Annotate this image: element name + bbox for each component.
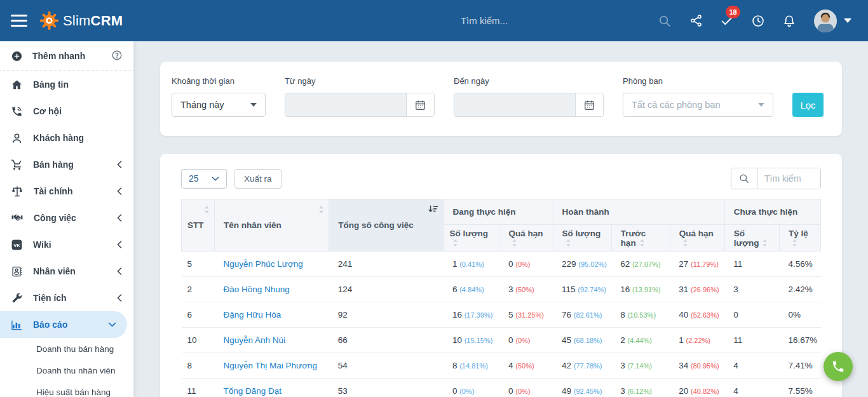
sidebar-item-ban-hang[interactable]: Bán hàng xyxy=(0,151,133,178)
performance-table: STT Tên nhân viên Tổng số công việc Đang… xyxy=(181,199,821,397)
cell-todo-qty: 11 xyxy=(724,252,779,277)
sidebar-item-tai-chinh[interactable]: Tài chính xyxy=(0,178,133,205)
tasks-check-icon[interactable]: 18 xyxy=(720,14,734,28)
sidebar-item-tien-ich[interactable]: Tiện ích xyxy=(0,285,133,311)
phone-fab-button[interactable] xyxy=(824,352,853,381)
cell-doing-overdue: 4 (50%) xyxy=(499,353,553,379)
column-header-todo-qty[interactable]: Số lượng xyxy=(724,225,779,252)
group-header-doing: Đang thực hiện xyxy=(444,199,553,225)
cell-done-early: 3 (7.14%) xyxy=(611,353,670,379)
table-row: 10 Nguyễn Anh Núi 66 10 (15.15%) 0 (0%) … xyxy=(182,328,821,353)
profile-menu[interactable] xyxy=(813,9,851,33)
cell-todo-qty: 4 xyxy=(724,379,779,397)
column-header-done-overdue[interactable]: Quá hạn xyxy=(670,225,724,252)
navbar-actions: 18 xyxy=(658,9,868,33)
column-header-doing-qty[interactable]: Số lượng xyxy=(444,225,499,252)
column-header-total[interactable]: Tổng số công việc xyxy=(329,199,444,252)
sidebar-item-bang-tin[interactable]: Bảng tin xyxy=(0,71,133,98)
cell-name: Đặng Hữu Hòa xyxy=(215,302,329,328)
avatar xyxy=(813,9,837,33)
cell-done-qty: 76 (82.61%) xyxy=(553,302,611,328)
employee-link[interactable]: Tống Đăng Đạt xyxy=(224,386,282,396)
svg-text:VK: VK xyxy=(13,242,20,248)
bell-icon[interactable] xyxy=(782,14,796,28)
cell-name: Nguyễn Thị Mai Phương xyxy=(215,353,329,379)
column-header-name[interactable]: Tên nhân viên xyxy=(215,199,329,252)
department-label: Phòng ban xyxy=(623,76,773,86)
sidebar-item-khach-hang[interactable]: Khách hàng xyxy=(0,124,133,151)
sidebar-item-nhan-vien[interactable]: Nhân viên xyxy=(0,258,133,285)
export-button[interactable]: Xuất ra xyxy=(234,169,281,189)
department-select[interactable]: Tất cả các phòng ban xyxy=(623,93,773,117)
sidebar-item-co-hoi[interactable]: Cơ hội xyxy=(0,98,133,124)
table-search-input[interactable] xyxy=(757,168,820,189)
cart-icon xyxy=(11,159,23,171)
period-select[interactable]: Tháng này xyxy=(172,93,266,117)
column-header-done-qty[interactable]: Số lượng xyxy=(553,225,611,252)
cell-done-overdue: 40 (52.63%) xyxy=(670,302,724,328)
table-row: 5 Nguyễn Phúc Lượng 241 1 (0.41%) 0 (0%)… xyxy=(182,252,821,277)
handshake-icon xyxy=(11,212,24,224)
chevron-left-icon xyxy=(116,213,123,222)
cell-done-qty: 229 (95.02%) xyxy=(553,252,611,277)
help-icon[interactable] xyxy=(111,50,123,63)
search-icon[interactable] xyxy=(731,168,757,189)
quick-add-button[interactable]: Thêm nhanh xyxy=(0,41,133,71)
cell-stt: 2 xyxy=(182,277,215,302)
caret-down-icon xyxy=(250,103,257,107)
column-header-done-early[interactable]: Trước hạn xyxy=(611,225,670,252)
column-header-stt[interactable]: STT xyxy=(182,199,215,252)
page-size-select[interactable]: 25 xyxy=(181,169,227,189)
from-date-input[interactable] xyxy=(285,93,406,116)
sort-icon xyxy=(639,239,645,247)
cell-name: Nguyễn Anh Núi xyxy=(215,328,329,353)
search-icon[interactable] xyxy=(658,14,672,28)
cell-done-overdue: 31 (26.96%) xyxy=(670,277,724,302)
share-icon[interactable] xyxy=(689,14,703,28)
cell-done-early: 2 (4.44%) xyxy=(611,328,670,353)
to-date-input[interactable] xyxy=(454,93,575,116)
calendar-icon[interactable] xyxy=(406,93,434,116)
column-header-doing-overdue[interactable]: Quá hạn xyxy=(499,225,553,252)
tasks-badge: 18 xyxy=(726,6,740,18)
employee-link[interactable]: Nguyễn Thị Mai Phương xyxy=(224,361,317,370)
global-search-input[interactable] xyxy=(395,0,573,41)
cell-done-qty: 42 (77.78%) xyxy=(553,353,611,379)
chevron-left-icon xyxy=(116,187,123,196)
sidebar-subitem-doanh-thu-nhan-vien[interactable]: Doanh thu nhân viên xyxy=(0,360,133,381)
filter-button[interactable]: Lọc xyxy=(792,93,824,117)
cell-done-qty: 45 (68.18%) xyxy=(553,328,611,353)
sidebar-item-cong-viec[interactable]: Công việc xyxy=(0,205,133,231)
cell-rate: 7.41% xyxy=(779,353,820,379)
cell-rate: 7.55% xyxy=(779,379,820,397)
employee-link[interactable]: Nguyễn Anh Núi xyxy=(224,335,286,345)
home-icon xyxy=(11,79,23,91)
sort-icon xyxy=(566,239,571,247)
cell-done-early: 16 (13.91%) xyxy=(611,277,670,302)
employee-link[interactable]: Đặng Hữu Hòa xyxy=(224,310,281,320)
sidebar-item-bao-cao[interactable]: Báo cáo xyxy=(0,311,127,338)
wrench-icon xyxy=(11,292,23,304)
calendar-icon[interactable] xyxy=(575,93,603,116)
sidebar-subitem-hieu-suat-ban-hang[interactable]: Hiệu suất bán hàng xyxy=(0,381,133,397)
cell-todo-qty: 11 xyxy=(724,328,779,353)
clock-icon[interactable] xyxy=(751,14,765,28)
cell-done-qty: 49 (92.45%) xyxy=(553,379,611,397)
employee-link[interactable]: Đào Hồng Nhung xyxy=(224,285,290,294)
cell-doing-overdue: 0 (0%) xyxy=(499,252,553,277)
user-icon xyxy=(11,132,23,144)
brand-logo[interactable]: SlimCRM xyxy=(39,11,123,30)
table-row: 6 Đặng Hữu Hòa 92 16 (17.39%) 5 (31.25%)… xyxy=(182,302,821,328)
chevron-down-icon xyxy=(108,321,116,328)
column-header-rate[interactable]: Tỷ lệ xyxy=(779,225,820,252)
table-row: 2 Đào Hồng Nhung 124 6 (4.84%) 3 (50%) 1… xyxy=(182,277,821,302)
caret-down-icon xyxy=(844,18,851,23)
employee-link[interactable]: Nguyễn Phúc Lượng xyxy=(224,259,303,269)
menu-toggle-button[interactable] xyxy=(11,15,27,27)
from-date-label: Từ ngày xyxy=(285,76,435,86)
table-controls: 25 Xuất ra xyxy=(181,168,821,189)
sidebar-item-wiki[interactable]: VK Wiki xyxy=(0,231,133,258)
quick-add-label: Thêm nhanh xyxy=(32,51,85,61)
group-header-todo: Chưa thực hiện xyxy=(724,199,820,225)
sidebar-subitem-doanh-thu-ban-hang[interactable]: Doanh thu bán hàng xyxy=(0,338,133,360)
